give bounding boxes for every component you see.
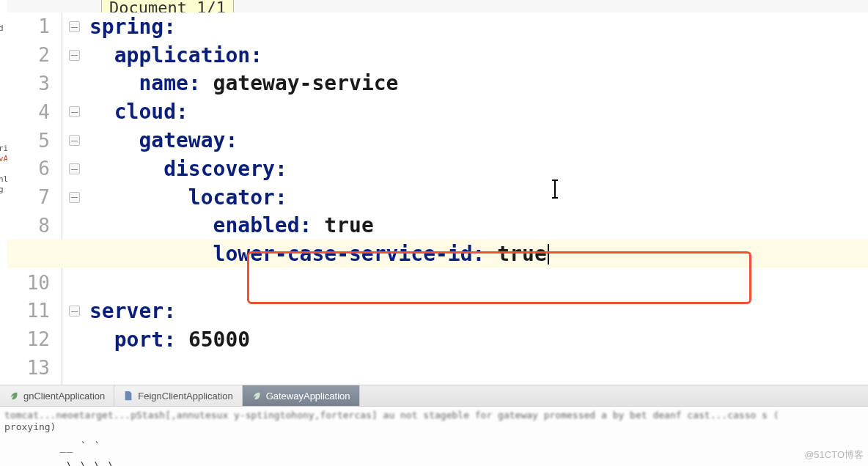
tab-label: FeignClientApplication (138, 391, 232, 402)
watermark: @51CTO博客 (804, 448, 864, 462)
text-cursor-icon (554, 181, 556, 197)
code-line[interactable]: application: (89, 41, 868, 70)
yaml-key: name (139, 71, 188, 95)
fold-toggle-icon[interactable] (69, 50, 80, 61)
yaml-value: gateway-service (213, 71, 399, 95)
fold-toggle-icon[interactable] (69, 192, 80, 203)
yaml-key: port (114, 328, 163, 352)
line-number: 13 (7, 354, 50, 382)
yaml-value: true (497, 242, 546, 266)
line-number: 2 (7, 41, 50, 70)
fold-toggle-icon[interactable] (69, 135, 80, 146)
yaml-key: application (114, 43, 250, 67)
tab-feign-2[interactable]: FeignClientApplication (114, 385, 242, 406)
tab-label: gnClientApplication (23, 391, 105, 402)
code-line[interactable]: gateway: (89, 126, 868, 155)
yaml-value: 65000 (188, 328, 250, 352)
line-number: 4 (7, 97, 50, 126)
fold-column (57, 12, 88, 385)
file-icon (123, 391, 133, 401)
ide-root: d ri vA hl g Document 1/1 12345678910111… (0, 0, 868, 466)
code-editor[interactable]: 12345678910111213 spring: application: n… (7, 12, 868, 385)
yaml-key: discovery (163, 157, 275, 181)
fold-toggle-icon[interactable] (69, 21, 80, 32)
console-panel[interactable]: tomcat...neoetarget...pStash[,annutesux … (0, 407, 868, 466)
console-ascii-art: __ ` ` (4, 440, 864, 452)
text-caret (548, 244, 549, 265)
code-line[interactable] (89, 354, 868, 382)
fold-guide-line (62, 12, 62, 385)
console-log-line: tomcat...neoetarget...pStash[,annutesux … (4, 410, 864, 421)
yaml-key: enabled (213, 213, 300, 237)
code-line[interactable]: name: gateway-service (89, 70, 868, 98)
line-number: 5 (7, 126, 50, 155)
yaml-value: true (324, 213, 373, 237)
line-number: 12 (7, 325, 50, 354)
console-log-line: proxying) (4, 421, 864, 433)
code-line[interactable]: locator: (89, 183, 868, 212)
code-line[interactable]: enabled: true (89, 212, 868, 240)
tab-label: GatewayApplication (266, 391, 350, 402)
code-line[interactable]: discovery: (89, 155, 868, 183)
line-number: 10 (7, 268, 50, 297)
tab-gateway[interactable]: GatewayApplication (243, 385, 360, 406)
spring-leaf-icon (251, 391, 262, 401)
yaml-key: gateway (139, 128, 225, 152)
fold-toggle-icon[interactable] (69, 163, 80, 174)
spring-leaf-icon (9, 391, 19, 401)
code-line[interactable]: server: (89, 297, 868, 325)
yaml-key: lower-case-service-id (213, 242, 473, 266)
console-ascii-art: _ __ _ \ \ \ \ (4, 459, 864, 466)
code-line[interactable]: cloud: (89, 97, 868, 126)
code-area[interactable]: spring: application: name: gateway-servi… (89, 12, 868, 385)
code-line[interactable]: port: 65000 (89, 325, 868, 354)
line-number-gutter: 12345678910111213 (7, 12, 57, 385)
yaml-key: spring (89, 15, 163, 39)
line-number: 11 (7, 297, 50, 325)
line-number: 3 (7, 70, 50, 98)
yaml-key: server (89, 299, 163, 323)
yaml-key: locator (188, 185, 275, 210)
code-line[interactable]: lower-case-service-id: true (7, 240, 868, 268)
fold-toggle-icon[interactable] (69, 306, 80, 317)
tab-feign-1[interactable]: gnClientApplication (0, 385, 114, 406)
run-tab-bar: gnClientApplicationFeignClientApplicatio… (0, 385, 868, 407)
line-number: 8 (7, 212, 50, 240)
line-number: 7 (7, 183, 50, 212)
code-line[interactable]: spring: (89, 12, 868, 41)
line-number: 1 (7, 12, 50, 41)
fold-toggle-icon[interactable] (69, 106, 80, 117)
code-line[interactable] (89, 268, 868, 297)
line-number: 6 (7, 155, 50, 183)
yaml-key: cloud (114, 100, 176, 124)
